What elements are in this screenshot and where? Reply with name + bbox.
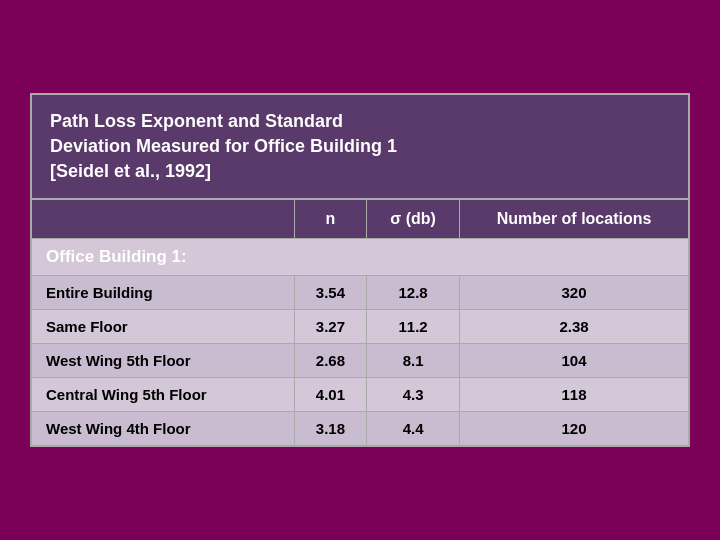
row-sigma: 12.8 xyxy=(367,276,460,310)
table-row: Same Floor 3.27 11.2 2.38 xyxy=(31,310,689,344)
title-box: Path Loss Exponent and Standard Deviatio… xyxy=(30,93,690,199)
office-building-header-row: Office Building 1: xyxy=(31,239,689,276)
row-n: 4.01 xyxy=(294,378,366,412)
row-n: 3.27 xyxy=(294,310,366,344)
row-location: Central Wing 5th Floor xyxy=(31,378,294,412)
row-num-locations: 2.38 xyxy=(460,310,689,344)
row-sigma: 4.3 xyxy=(367,378,460,412)
row-n: 3.54 xyxy=(294,276,366,310)
row-num-locations: 104 xyxy=(460,344,689,378)
col-header-location xyxy=(31,199,294,239)
row-num-locations: 118 xyxy=(460,378,689,412)
table-row: Central Wing 5th Floor 4.01 4.3 118 xyxy=(31,378,689,412)
col-header-num-locations: Number of locations xyxy=(460,199,689,239)
title-line3: [Seidel et al., 1992] xyxy=(50,161,211,181)
title-line2: Deviation Measured for Office Building 1 xyxy=(50,136,397,156)
main-container: Path Loss Exponent and Standard Deviatio… xyxy=(30,93,690,448)
title-line1: Path Loss Exponent and Standard xyxy=(50,111,343,131)
row-num-locations: 320 xyxy=(460,276,689,310)
row-n: 2.68 xyxy=(294,344,366,378)
row-n: 3.18 xyxy=(294,412,366,447)
row-location: Entire Building xyxy=(31,276,294,310)
header-row: n σ (db) Number of locations xyxy=(31,199,689,239)
row-sigma: 4.4 xyxy=(367,412,460,447)
col-header-n: n xyxy=(294,199,366,239)
row-sigma: 11.2 xyxy=(367,310,460,344)
row-location: West Wing 4th Floor xyxy=(31,412,294,447)
data-table: n σ (db) Number of locations Office Buil… xyxy=(30,198,690,447)
row-location: West Wing 5th Floor xyxy=(31,344,294,378)
row-sigma: 8.1 xyxy=(367,344,460,378)
row-num-locations: 120 xyxy=(460,412,689,447)
col-header-sigma: σ (db) xyxy=(367,199,460,239)
table-row: West Wing 4th Floor 3.18 4.4 120 xyxy=(31,412,689,447)
table-row: West Wing 5th Floor 2.68 8.1 104 xyxy=(31,344,689,378)
office-building-label: Office Building 1: xyxy=(31,239,689,276)
table-row: Entire Building 3.54 12.8 320 xyxy=(31,276,689,310)
row-location: Same Floor xyxy=(31,310,294,344)
